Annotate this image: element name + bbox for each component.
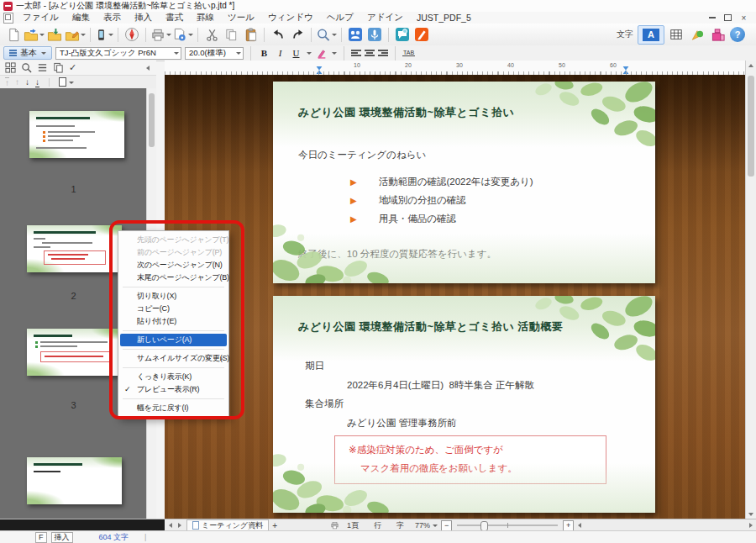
new-document-button[interactable] [4,25,23,44]
tab-scroll-right-button[interactable] [175,520,185,530]
voice-input-button[interactable] [365,25,384,44]
menu-insert[interactable]: 挿入 [128,12,159,24]
print-dropdown-caret[interactable] [166,34,171,39]
marker-tool-button[interactable] [688,25,706,44]
hscroll-right-button[interactable] [746,520,756,530]
page-thumbnail-2[interactable] [27,225,122,272]
mobile-view-button[interactable] [95,25,113,44]
jump-last-page-button[interactable]: ↓ [35,77,39,87]
thumbnail-size-button[interactable] [59,77,74,87]
tab-scroll-left-button[interactable] [165,520,175,530]
open-dropdown-caret[interactable] [39,34,45,39]
page-thumbnail-1[interactable] [29,111,124,158]
search-button[interactable] [316,25,337,44]
underline-button[interactable]: U [290,47,302,59]
menu-item-reset-width[interactable]: 幅を元に戻す(I) [118,402,228,414]
pen-tool-button[interactable] [412,25,431,44]
page-copy-button[interactable] [53,62,64,73]
save-button[interactable] [45,25,64,44]
menu-format[interactable]: 書式 [159,12,190,24]
zoom-in-button[interactable]: + [563,520,574,531]
menu-addin[interactable]: アドイン [360,12,410,24]
zoom-out-button[interactable]: − [441,520,452,531]
menu-item-jump-next[interactable]: 次のページへジャンプ(N) [118,259,228,272]
copy-button[interactable] [222,25,240,44]
print-settings-dropdown-caret[interactable] [188,34,193,39]
close-button[interactable]: × [737,13,751,23]
zoom-slider[interactable] [457,525,558,526]
page-thumbnail-3[interactable] [27,329,122,376]
thumbnail-view-button[interactable] [5,62,16,73]
page-thumbnail-4[interactable] [27,457,122,504]
tab-ruler-button[interactable]: TAB [402,50,415,56]
italic-button[interactable]: I [274,47,286,59]
sheet-tab[interactable]: ミーティング資料 [186,519,269,531]
indent-marker-icon[interactable] [317,66,323,74]
menu-item-thumbnail-size[interactable]: サムネイルサイズの変更(S)› [118,352,228,365]
menu-file[interactable]: ファイル [16,12,66,24]
menu-item-copy[interactable]: コピー(C) [118,303,228,315]
style-preset-select[interactable]: 基本 [3,46,52,60]
outline-view-button[interactable] [37,62,48,73]
bold-button[interactable]: B [258,47,270,59]
sidebar-search-button[interactable] [21,62,32,73]
vertical-scrollbar-thumb[interactable] [748,76,754,177]
menu-tools[interactable]: ツール [221,12,261,24]
cell-style-button[interactable] [709,25,727,44]
menu-just-pdf5[interactable]: JUST_PDF_5 [410,13,478,23]
proof-check-button[interactable]: ✓ [69,62,76,73]
document-canvas[interactable]: みどり公園 環境整備活動~除草とゴミ拾い 今日のミーティングのねらい ▶活動範囲… [165,75,746,519]
horizontal-scrollbar[interactable] [584,519,746,531]
help-button[interactable]: ? [730,27,745,42]
indent-marker-icon[interactable] [623,66,629,74]
mobile-dropdown-caret[interactable] [108,34,113,39]
menu-edit[interactable]: 編集 [66,12,97,24]
font-size-select[interactable]: 20.0(標準) [185,47,244,60]
chat-tool-button[interactable] [393,25,412,44]
scroll-down-icon[interactable] [748,513,753,519]
align-left-button[interactable] [351,50,361,56]
document-window-icon[interactable] [3,13,13,24]
menu-item-cut[interactable]: 切り取り(X) [118,290,228,303]
save-as-dropdown-caret[interactable] [81,34,86,39]
print-settings-button[interactable] [172,25,193,44]
cut-button[interactable] [202,25,221,44]
sidebar-scrollbar-thumb[interactable] [149,93,155,147]
grid-mode-button[interactable] [667,25,685,44]
paste-button[interactable] [241,25,260,44]
minimize-button[interactable] [705,13,719,23]
document-page-1[interactable]: みどり公園 環境整備活動~除草とゴミ拾い 今日のミーティングのねらい ▶活動範囲… [273,82,655,283]
navigation-compass-button[interactable] [123,25,141,44]
zoom-level-select[interactable]: 77% [412,521,441,530]
highlight-pen-button[interactable] [315,47,328,59]
underline-caret[interactable] [307,52,312,57]
hscroll-left-button[interactable] [574,520,584,530]
vertical-scrollbar[interactable] [745,61,756,519]
menu-item-jump-last[interactable]: 末尾のページへジャンプ(B) [118,272,228,284]
menu-view[interactable]: 表示 [97,12,128,24]
print-button[interactable] [150,25,171,44]
menu-window[interactable]: ウィンドウ [261,12,320,24]
assist-button[interactable] [346,25,365,44]
menu-border[interactable]: 罫線 [190,12,221,24]
save-as-button[interactable] [65,25,86,44]
scroll-up-icon[interactable] [748,61,753,67]
font-select[interactable]: TJ-凸版文久ゴシック Pr6N [55,47,181,60]
search-dropdown-caret[interactable] [332,34,337,39]
open-button[interactable] [24,25,45,44]
highlight-pen-caret[interactable] [332,52,337,57]
menu-item-new-page[interactable]: 新しいページ(A) [120,334,227,346]
align-center-button[interactable] [365,50,375,56]
document-page-2[interactable]: みどり公園 環境整備活動~除草とゴミ拾い 活動概要 期日 2022年6月4日(土… [273,296,655,513]
menu-item-preview-display[interactable]: ✓プレビュー表示(R) [118,383,228,396]
jump-next-page-button[interactable]: ↓ [25,77,29,87]
text-mode-button[interactable]: A [638,25,664,45]
align-right-button[interactable] [378,50,388,56]
undo-button[interactable] [269,25,287,44]
menu-item-sharp-display[interactable]: くっきり表示(K) [118,371,228,383]
collapse-sidebar-icon[interactable] [144,66,150,71]
menu-item-paste[interactable]: 貼り付け(E) [118,315,228,328]
jump-first-page-button[interactable]: ↑ [5,77,9,87]
add-sheet-button[interactable]: + [269,521,281,530]
menu-help[interactable]: ヘルプ [320,12,360,24]
